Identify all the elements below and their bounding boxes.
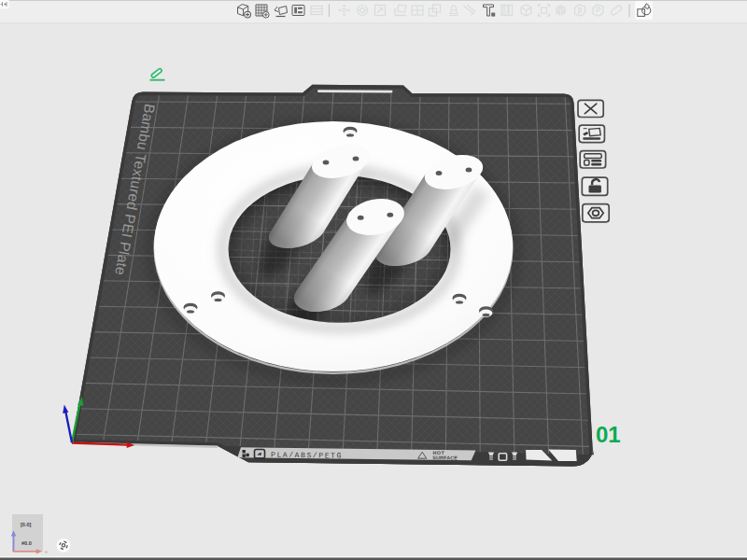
svg-text:SURFACE: SURFACE bbox=[432, 455, 458, 460]
svg-text:01: 01 bbox=[596, 422, 621, 447]
svg-text:PLA/ABS/PETG: PLA/ABS/PETG bbox=[271, 451, 343, 460]
svg-text:[0.0]: [0.0] bbox=[21, 522, 31, 527]
svg-text:#0.0: #0.0 bbox=[21, 540, 32, 546]
